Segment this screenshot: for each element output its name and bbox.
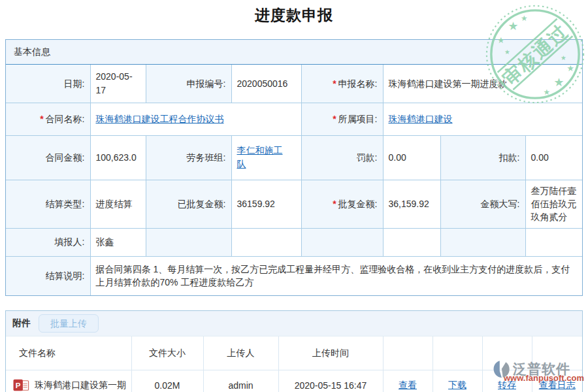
settle-type-label: 结算类型: xyxy=(6,180,90,228)
empty-cell xyxy=(525,228,582,256)
contract-name-label: *合同名称: xyxy=(6,103,90,135)
attachments-section: 附件 批量上传 文件名称 文件大小 上传人 上传时间 xyxy=(5,310,583,392)
settle-note-value: 据合同第四条 1、每月结算一次，按乙方已完成工程量并经甲方、监理验收合格，在收到… xyxy=(90,256,582,295)
amount-words-value: 叁万陆仟壹佰伍拾玖元玖角贰分 xyxy=(525,180,582,228)
required-marker: * xyxy=(333,114,336,124)
basic-info-section: 基本信息 日期: 2020-05-17 申报编号: 2020050016 *申报… xyxy=(5,39,583,296)
approved-amount-value: 36,159.92 xyxy=(383,180,440,228)
date-value: 2020-05-17 xyxy=(90,65,146,103)
page-title: 进度款申报 xyxy=(0,5,588,25)
contract-amount-label: 合同金额: xyxy=(6,135,90,180)
deduction-value: 0.00 xyxy=(525,135,582,180)
fine-label: 罚款: xyxy=(301,135,383,180)
col-uploader: 上传人 xyxy=(203,336,278,370)
declare-no-label: 申报编号: xyxy=(146,65,231,103)
row-settlement: 结算类型: 进度结算 已批复金额: 36159.92 *批复金额: 36,159… xyxy=(6,180,582,228)
col-action-empty xyxy=(482,336,532,370)
ppt-file-icon: P xyxy=(13,378,29,392)
col-action-empty xyxy=(383,336,433,370)
batch-upload-button[interactable]: 批量上传 xyxy=(39,314,99,333)
required-marker: * xyxy=(333,199,336,209)
file-name: 珠海鹤港口建设第一期 xyxy=(35,380,126,391)
approved-amount-label: *批复金额: xyxy=(301,180,383,228)
deduction-label: 扣款: xyxy=(440,135,525,180)
file-name-cell: P 珠海鹤港口建设第一期 xyxy=(6,370,131,392)
project-label: *所属项目: xyxy=(301,103,383,135)
row-amounts: 合同金额: 100,623.0 劳务班组: 李仁和施工队 罚款: 0.00 扣款… xyxy=(6,135,582,180)
labor-team-link[interactable]: 李仁和施工队 xyxy=(237,144,287,171)
attachments-header: 附件 批量上传 xyxy=(6,311,582,336)
row-date: 日期: 2020-05-17 申报编号: 2020050016 *申报名称: 珠… xyxy=(6,65,582,103)
contract-name-link[interactable]: 珠海鹤港口建设工程合作协议书 xyxy=(96,114,224,124)
empty-cell xyxy=(301,228,383,256)
contract-amount-value: 100,623.0 xyxy=(90,135,146,180)
file-size: 0.02M xyxy=(131,370,203,392)
filler-value: 张鑫 xyxy=(90,228,146,256)
row-filler: 填报人: 张鑫 xyxy=(6,228,582,256)
required-marker: * xyxy=(40,114,43,124)
declare-no-value: 2020050016 xyxy=(231,65,301,103)
file-action-cell: 转存 xyxy=(482,370,532,392)
col-action-empty xyxy=(532,336,582,370)
empty-cell xyxy=(146,228,231,256)
file-uploader: admin xyxy=(203,370,278,392)
file-action-cell: 查看 xyxy=(383,370,433,392)
view-link[interactable]: 查看 xyxy=(399,380,417,390)
project-link[interactable]: 珠海鹤港口建设 xyxy=(389,114,453,124)
file-upload-time: 2020-05-15 16:47 xyxy=(278,370,383,392)
col-file-name: 文件名称 xyxy=(6,336,131,370)
empty-cell xyxy=(383,228,440,256)
amount-words-label: 金额大写: xyxy=(440,180,525,228)
col-file-size: 文件大小 xyxy=(131,336,203,370)
attachments-header-row: 文件名称 文件大小 上传人 上传时间 xyxy=(6,336,582,370)
labor-team-label: 劳务班组: xyxy=(146,135,231,180)
labor-team-value: 李仁和施工队 xyxy=(231,135,301,180)
contract-name-value: 珠海鹤港口建设工程合作协议书 xyxy=(90,103,301,135)
file-action-cell: 查看日志 xyxy=(532,370,582,392)
attachments-title: 附件 xyxy=(12,318,31,329)
col-action-empty xyxy=(433,336,482,370)
basic-info-table: 日期: 2020-05-17 申报编号: 2020050016 *申报名称: 珠… xyxy=(6,65,582,295)
empty-cell xyxy=(231,228,301,256)
file-action-cell: 下载 xyxy=(433,370,482,392)
approved-before-label: 已批复金额: xyxy=(146,180,231,228)
row-settle-note: 结算说明: 据合同第四条 1、每月结算一次，按乙方已完成工程量并经甲方、监理验收… xyxy=(6,256,582,295)
settle-note-label: 结算说明: xyxy=(6,256,90,295)
attachments-table: 文件名称 文件大小 上传人 上传时间 xyxy=(6,336,582,392)
date-label: 日期: xyxy=(6,65,90,103)
row-contract: *合同名称: 珠海鹤港口建设工程合作协议书 *所属项目: 珠海鹤港口建设 xyxy=(6,103,582,135)
project-value: 珠海鹤港口建设 xyxy=(383,103,582,135)
settle-type-value: 进度结算 xyxy=(90,180,146,228)
transfer-link[interactable]: 转存 xyxy=(498,380,516,390)
basic-info-header: 基本信息 xyxy=(6,40,582,65)
file-row: P 珠海鹤港口建设第一期 0.02M admin 2020-05-15 16:4… xyxy=(6,370,582,392)
approved-before-value: 36159.92 xyxy=(231,180,301,228)
empty-cell xyxy=(440,228,525,256)
filler-label: 填报人: xyxy=(6,228,90,256)
svg-text:P: P xyxy=(16,382,21,389)
download-link[interactable]: 下载 xyxy=(448,380,466,390)
required-marker: * xyxy=(333,78,336,89)
declare-name-label: *申报名称: xyxy=(301,65,383,103)
view-log-link[interactable]: 查看日志 xyxy=(539,380,576,390)
fine-value: 0.00 xyxy=(383,135,440,180)
declare-name-value: 珠海鹤港口建设第一期进度款 xyxy=(383,65,582,103)
col-upload-time: 上传时间 xyxy=(278,336,383,370)
